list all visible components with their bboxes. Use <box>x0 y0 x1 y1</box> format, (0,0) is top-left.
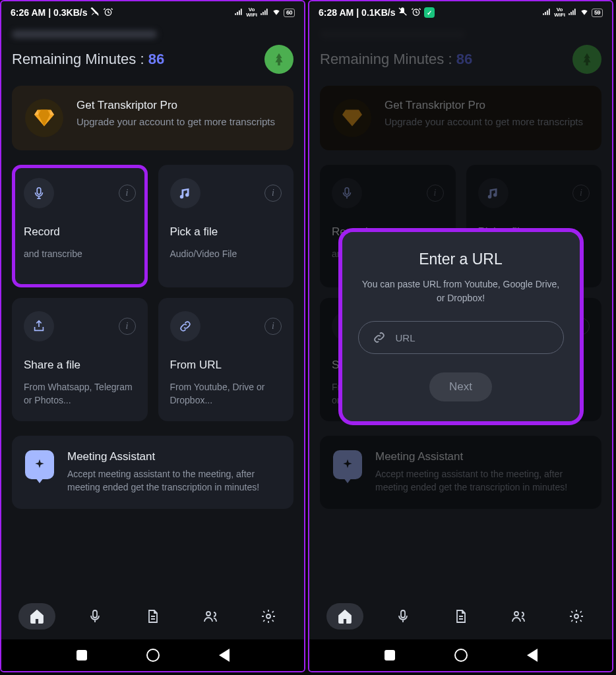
status-bar: 6:28 AM | 0.1KB/s VoWiFi 59 <box>309 1 612 24</box>
meeting-sub: Accept meeting assistant to the meeting,… <box>375 467 588 494</box>
upgrade-sub: Upgrade your account to get more transcr… <box>77 115 275 129</box>
url-input[interactable]: URL <box>358 321 564 354</box>
card-title: Pick a file <box>170 225 282 239</box>
nav-home[interactable] <box>18 603 55 630</box>
tree-icon <box>272 51 286 67</box>
link-icon <box>170 311 200 341</box>
card-sub: and transcribe <box>24 248 136 261</box>
status-net-speed: 0.3KB/s <box>53 7 87 18</box>
battery-icon: 60 <box>284 9 295 17</box>
tree-icon <box>580 51 594 67</box>
card-title: From URL <box>170 359 282 372</box>
info-icon[interactable]: i <box>119 185 136 202</box>
signal-icon-2 <box>568 7 577 18</box>
upgrade-card[interactable]: Get Transkriptor Pro Upgrade your accoun… <box>320 86 601 150</box>
mute-icon <box>90 7 100 19</box>
status-time: 6:28 AM <box>319 7 354 18</box>
info-icon[interactable]: i <box>264 185 282 202</box>
redaction-smudge <box>12 30 157 38</box>
alarm-icon <box>411 7 421 19</box>
svg-point-11 <box>574 614 578 618</box>
pick-file-card[interactable]: i Pick a file Audio/Video File <box>158 165 294 287</box>
diamond-icon <box>25 99 63 137</box>
diamond-icon <box>333 99 371 137</box>
nav-people[interactable] <box>192 603 229 630</box>
avatar-button[interactable] <box>264 45 293 74</box>
mute-icon <box>398 7 408 19</box>
svg-point-5 <box>266 614 270 618</box>
microphone-icon <box>24 178 54 208</box>
nav-settings[interactable] <box>250 603 287 630</box>
upgrade-sub: Upgrade your account to get more transcr… <box>385 115 583 129</box>
nav-home[interactable] <box>326 603 363 630</box>
android-nav <box>309 639 612 671</box>
nav-files[interactable] <box>442 603 479 630</box>
recent-apps-button[interactable] <box>385 650 395 660</box>
recent-apps-button[interactable] <box>77 650 87 660</box>
music-icon <box>170 178 200 208</box>
android-nav <box>1 639 304 671</box>
nav-settings[interactable] <box>558 603 595 630</box>
left-screenshot: 6:26 AM | 0.3KB/s VoWiFi 60 Remaining Mi… <box>0 0 305 672</box>
microphone-icon <box>332 178 362 208</box>
remaining-minutes-value: 86 <box>456 51 472 67</box>
svg-line-0 <box>91 8 98 15</box>
card-title: Share a file <box>24 359 136 372</box>
vowifi-icon: VoWiFi <box>246 7 257 18</box>
info-icon[interactable]: i <box>427 185 444 202</box>
meeting-sub: Accept meeting assistant to the meeting,… <box>67 467 280 494</box>
card-sub: From Whatsapp, Telegram or Photos... <box>24 381 136 407</box>
modal-description: You can paste URL from Youtube, Google D… <box>358 278 564 305</box>
redaction-smudge <box>320 30 465 38</box>
record-card[interactable]: i Record and transcribe <box>12 165 148 287</box>
nav-record[interactable] <box>77 603 113 630</box>
link-icon <box>372 330 386 345</box>
app-badge-icon <box>424 7 435 18</box>
svg-rect-8 <box>345 188 349 194</box>
remaining-minutes-label: Remaining Minutes : 86 <box>320 51 472 68</box>
sparkle-icon <box>333 450 362 479</box>
svg-rect-3 <box>93 610 97 618</box>
meeting-assistant-card[interactable]: Meeting Assistant Accept meeting assista… <box>12 436 293 509</box>
home-button[interactable] <box>454 649 468 662</box>
info-icon[interactable]: i <box>572 185 590 202</box>
alarm-icon <box>103 7 113 19</box>
upgrade-card[interactable]: Get Transkriptor Pro Upgrade your accoun… <box>12 86 293 150</box>
right-screenshot: 6:28 AM | 0.1KB/s VoWiFi 59 Remaining Mi… <box>308 0 613 672</box>
meeting-title: Meeting Assistant <box>67 450 280 463</box>
remaining-minutes-value: 86 <box>148 51 164 67</box>
share-file-card[interactable]: i Share a file From Whatsapp, Telegram o… <box>12 298 148 421</box>
sparkle-icon <box>25 450 54 479</box>
wifi-icon <box>580 7 589 18</box>
svg-rect-2 <box>37 188 41 194</box>
enter-url-modal: Enter a URL You can paste URL from Youtu… <box>342 232 580 421</box>
info-icon[interactable]: i <box>119 318 136 335</box>
status-time: 6:26 AM <box>11 7 46 18</box>
status-net-speed: 0.1KB/s <box>361 7 395 18</box>
home-button[interactable] <box>146 649 160 662</box>
card-sub: From Youtube, Drive or Dropbox... <box>170 381 282 407</box>
info-icon[interactable]: i <box>264 318 282 335</box>
card-title: Record <box>24 225 136 239</box>
nav-people[interactable] <box>500 603 537 630</box>
nav-record[interactable] <box>385 603 421 630</box>
from-url-card[interactable]: i From URL From Youtube, Drive or Dropbo… <box>158 298 294 421</box>
nav-files[interactable] <box>134 603 171 630</box>
upgrade-title: Get Transkriptor Pro <box>77 99 275 112</box>
back-button[interactable] <box>219 649 230 662</box>
url-placeholder: URL <box>396 332 416 343</box>
back-button[interactable] <box>527 649 538 662</box>
signal-icon <box>542 7 551 18</box>
bottom-nav <box>309 593 612 639</box>
avatar-button[interactable] <box>572 45 601 74</box>
meeting-assistant-card[interactable]: Meeting Assistant Accept meeting assista… <box>320 436 601 509</box>
next-button[interactable]: Next <box>429 372 492 401</box>
bottom-nav <box>1 593 304 639</box>
meeting-title: Meeting Assistant <box>375 450 588 463</box>
signal-icon-2 <box>260 7 269 18</box>
vowifi-icon: VoWiFi <box>554 7 565 18</box>
wifi-icon <box>272 7 281 18</box>
modal-title: Enter a URL <box>358 250 564 268</box>
card-sub: Audio/Video File <box>170 248 282 261</box>
signal-icon <box>234 7 243 18</box>
